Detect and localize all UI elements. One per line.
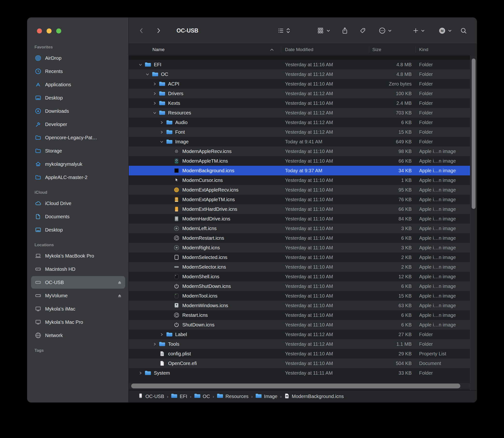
forward-button[interactable] xyxy=(156,27,161,34)
table-row[interactable]: OpenCore.efiYesterday at 11:10 AM504 KBD… xyxy=(129,359,477,368)
sidebar-item-mykolagrymalyuk[interactable]: mykolagrymalyuk xyxy=(31,158,125,170)
disclosure-closed-icon[interactable] xyxy=(152,82,158,86)
view-sort-control[interactable] xyxy=(286,27,290,34)
table-row[interactable]: OCYesterday at 11:12 AM4.8 MBFolder xyxy=(129,69,477,79)
sidebar-item-documents[interactable]: Documents xyxy=(31,210,125,223)
horizontal-scrollbar-track[interactable] xyxy=(129,383,470,389)
add-button[interactable] xyxy=(412,27,419,34)
path-item-label: Resources xyxy=(226,394,249,399)
vertical-scrollbar-thumb[interactable] xyxy=(472,59,476,209)
minimize-button[interactable] xyxy=(46,28,52,33)
table-row[interactable]: ModernShutDown.icnsYesterday at 11:10 AM… xyxy=(129,281,477,291)
column-header-kind[interactable]: Kind xyxy=(419,44,428,55)
disclosure-closed-icon[interactable] xyxy=(159,333,165,336)
disclosure-open-icon[interactable] xyxy=(145,73,150,76)
disclosure-closed-icon[interactable] xyxy=(159,131,165,134)
list-view-button[interactable] xyxy=(277,27,284,34)
table-row[interactable]: ModernAppleRecv.icnsYesterday at 11:10 A… xyxy=(129,146,477,156)
sidebar-item-desktop[interactable]: Desktop xyxy=(31,92,125,104)
sidebar-item-opencore-legacy-pat-[interactable]: Opencore-Legacy-Pat… xyxy=(31,131,125,144)
file-date: Today at 9:41 AM xyxy=(281,139,369,144)
sidebar-item-developer[interactable]: Developer xyxy=(31,118,125,131)
sidebar-item-recents[interactable]: Recents xyxy=(31,65,125,77)
tags-button[interactable] xyxy=(359,27,366,34)
table-row[interactable]: ResourcesYesterday at 11:12 AM703 KBFold… xyxy=(129,108,477,118)
disclosure-open-icon[interactable] xyxy=(152,111,158,114)
file-date: Yesterday at 11:10 AM xyxy=(281,207,369,212)
disclosure-closed-icon[interactable] xyxy=(152,343,158,346)
sidebar-item-myvolume[interactable]: MyVolume xyxy=(31,289,125,302)
column-header-size[interactable]: Size xyxy=(372,44,381,55)
table-row[interactable]: DriversYesterday at 11:12 AM100 KBFolder xyxy=(129,89,477,98)
table-row[interactable]: ModernHardDrive.icnsYesterday at 11:10 A… xyxy=(129,214,477,224)
table-row[interactable]: ModernSelected.icnsYesterday at 11:10 AM… xyxy=(129,252,477,262)
sidebar-item-downloads[interactable]: Downloads xyxy=(31,105,125,117)
disclosure-open-icon[interactable] xyxy=(159,140,165,143)
sidebar-item-storage[interactable]: Storage xyxy=(31,144,125,157)
table-row[interactable]: ImageToday at 9:41 AM649 KBFolder xyxy=(129,137,477,146)
search-button[interactable] xyxy=(460,27,467,34)
sidebar-item-macintosh-hd[interactable]: Macintosh HD xyxy=(31,263,125,275)
sidebar-item-mykola-s-imac[interactable]: Mykola’s iMac xyxy=(31,303,125,315)
table-row[interactable]: ModernSelector.icnsYesterday at 11:10 AM… xyxy=(129,262,477,272)
path-item-modernbackground-icns[interactable]: ModernBackground.icns xyxy=(284,393,344,400)
sidebar-item-applications[interactable]: Applications xyxy=(31,78,125,91)
sidebar-item-network[interactable]: Network xyxy=(31,329,125,342)
sidebar-item-mykola-s-macbook-pro[interactable]: Mykola’s MacBook Pro xyxy=(31,250,125,262)
column-header-name[interactable]: Name xyxy=(152,44,165,55)
zoom-button[interactable] xyxy=(56,28,61,33)
column-header-date-modified[interactable]: Date Modified xyxy=(285,44,313,55)
sidebar-item-icloud-drive[interactable]: iCloud Drive xyxy=(31,197,125,210)
horizontal-scrollbar-thumb[interactable] xyxy=(131,383,460,388)
eject-button[interactable] xyxy=(117,293,122,298)
table-row[interactable]: ModernRight.icnsYesterday at 11:10 AM3 K… xyxy=(129,243,477,252)
table-row[interactable]: FontYesterday at 11:12 AM15 KBFolder xyxy=(129,127,477,137)
sidebar-item-oc-usb[interactable]: OC-USB xyxy=(31,276,125,289)
path-item-efi[interactable]: EFI xyxy=(171,393,187,400)
table-row[interactable]: ToolsYesterday at 11:12 AM1.1 MBFolder xyxy=(129,339,477,349)
sidebar-item-label: mykolagrymalyuk xyxy=(45,161,82,167)
path-item-oc[interactable]: OC xyxy=(194,393,210,400)
eject-button[interactable] xyxy=(117,280,122,285)
table-row[interactable]: AudioYesterday at 11:12 AM6 KBFolder xyxy=(129,118,477,127)
share-button[interactable] xyxy=(342,27,348,34)
table-row[interactable]: ModernAppleTM.icnsYesterday at 11:10 AM6… xyxy=(129,156,477,166)
more-actions-button[interactable] xyxy=(378,27,386,34)
table-row[interactable]: ACPIYesterday at 11:10 AMZero bytesFolde… xyxy=(129,79,477,89)
sidebar-item-desktop[interactable]: Desktop xyxy=(31,224,125,236)
group-button[interactable] xyxy=(317,27,324,34)
sidebar-item-mykola-s-mac-pro[interactable]: Mykola’s Mac Pro xyxy=(31,316,125,328)
path-item-image[interactable]: Image xyxy=(255,393,277,400)
table-row[interactable]: ModernLeft.icnsYesterday at 11:10 AM3 KB… xyxy=(129,224,477,233)
close-button[interactable] xyxy=(37,28,42,33)
table-row[interactable]: ShutDown.icnsYesterday at 11:10 AM6 KBAp… xyxy=(129,320,477,329)
disclosure-closed-icon[interactable] xyxy=(159,121,165,124)
table-row[interactable]: config.plistYesterday at 11:10 AM29 KBPr… xyxy=(129,349,477,359)
table-row[interactable]: ModernCursor.icnsYesterday at 11:10 AM1 … xyxy=(129,175,477,185)
vertical-scrollbar-track[interactable] xyxy=(470,55,477,391)
disclosure-open-icon[interactable] xyxy=(137,63,143,66)
sidebar-item-label: Downloads xyxy=(45,109,69,114)
table-row[interactable]: ModernExtAppleTM.icnsYesterday at 11:10 … xyxy=(129,195,477,204)
table-row[interactable]: Restart.icnsYesterday at 11:10 AM6 KBApp… xyxy=(129,310,477,320)
sidebar-item-airdrop[interactable]: AirDrop xyxy=(31,52,125,64)
disclosure-closed-icon[interactable] xyxy=(152,92,158,95)
back-button[interactable] xyxy=(138,27,144,34)
table-row[interactable]: KextsYesterday at 11:10 AM2.4 MBFolder xyxy=(129,98,477,108)
disclosure-closed-icon[interactable] xyxy=(137,372,143,375)
account-button[interactable]: M xyxy=(438,27,446,34)
table-row[interactable]: SystemYesterday at 11:11 AM33 KBFolder xyxy=(129,368,477,378)
table-row[interactable]: LabelYesterday at 11:12 AM27 KBFolder xyxy=(129,329,477,339)
sidebar-item-applealc-master-2[interactable]: AppleALC-master-2 xyxy=(31,171,125,184)
table-row[interactable]: ModernRestart.icnsYesterday at 11:10 AM6… xyxy=(129,233,477,243)
table-row[interactable]: ModernExtHardDrive.icnsYesterday at 11:1… xyxy=(129,204,477,214)
path-item-resources[interactable]: Resources xyxy=(217,393,249,400)
disclosure-closed-icon[interactable] xyxy=(152,102,158,105)
table-row[interactable]: ModernShell.icnsYesterday at 11:10 AM12 … xyxy=(129,272,477,281)
table-row[interactable]: ModernTool.icnsYesterday at 11:10 AM15 K… xyxy=(129,291,477,301)
path-item-oc-usb[interactable]: OC-USB xyxy=(138,393,164,400)
table-row[interactable]: ModernWindows.icnsYesterday at 11:10 AM6… xyxy=(129,301,477,310)
table-row[interactable]: EFIYesterday at 11:16 AM4.8 MBFolder xyxy=(129,60,477,69)
table-row[interactable]: ModernExtAppleRecv.icnsYesterday at 11:1… xyxy=(129,185,477,195)
table-row[interactable]: ModernBackground.icnsToday at 9:37 AM34 … xyxy=(129,166,477,175)
